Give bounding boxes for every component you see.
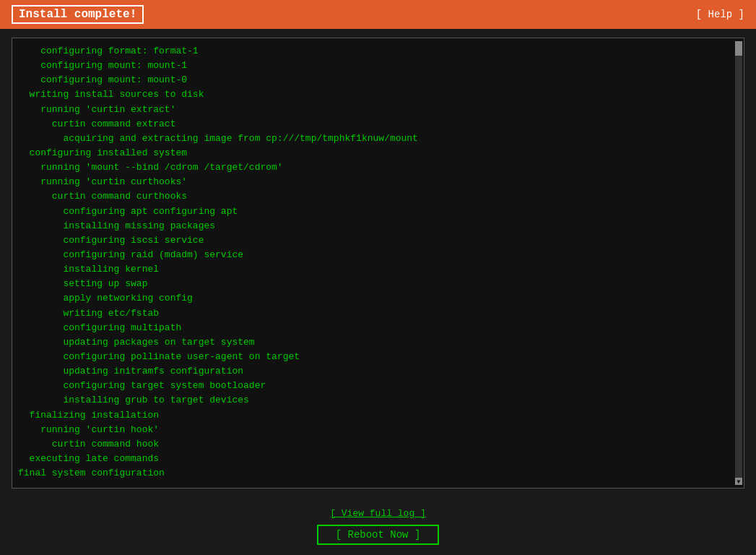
main-container: configuring format: format-1 configuring… — [0, 29, 756, 497]
log-box: configuring format: format-1 configuring… — [12, 38, 744, 489]
log-content: configuring format: format-1 configuring… — [18, 44, 738, 482]
scrollbar[interactable]: ▲ ▼ — [735, 41, 742, 485]
reboot-now-button[interactable]: [ Reboot Now ] — [317, 525, 440, 545]
scrollbar-arrow-down[interactable]: ▼ — [735, 478, 742, 485]
help-label[interactable]: [ Help ] — [696, 9, 744, 20]
footer: [ View full log ] [ Reboot Now ] — [0, 497, 756, 555]
scrollbar-thumb[interactable] — [735, 41, 742, 56]
header-bar: Install complete! [ Help ] — [0, 0, 756, 29]
install-complete-title: Install complete! — [12, 5, 144, 24]
view-full-log-link[interactable]: [ View full log ] — [330, 508, 426, 519]
